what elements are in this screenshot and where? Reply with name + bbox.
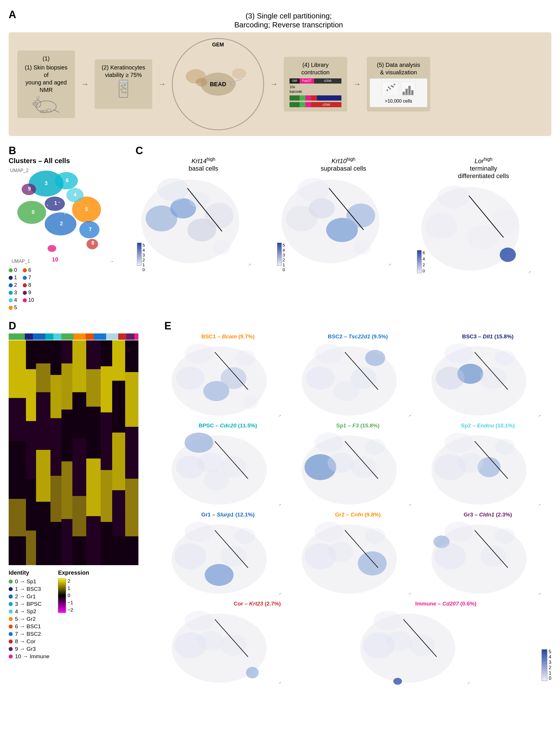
panel-c: C Krt14high basal cells bbox=[136, 145, 551, 278]
panel-e-label: E bbox=[164, 320, 171, 332]
krt14-title: Krt14high basal cells bbox=[136, 157, 271, 172]
svg-point-202 bbox=[221, 545, 247, 567]
heatmap-body bbox=[9, 341, 138, 565]
svg-rect-135 bbox=[101, 412, 112, 470]
svg-text:2: 2 bbox=[60, 221, 63, 227]
bsc2-title: BSC2 – Tsc22d1 (9.5%) bbox=[294, 334, 422, 340]
svg-text:1: 1 bbox=[54, 200, 57, 206]
bar-chart-icon bbox=[401, 82, 416, 96]
identity-0: 0 → Sp1 bbox=[9, 578, 49, 585]
svg-rect-110 bbox=[36, 392, 50, 450]
svg-point-15 bbox=[121, 85, 123, 87]
svg-point-34 bbox=[392, 86, 394, 88]
bsc3-umap-svg: ↗ bbox=[424, 341, 545, 418]
svg-point-185 bbox=[328, 453, 354, 473]
panel-b-title: Clusters – All cells bbox=[9, 157, 130, 165]
krt14-scale: 5 4 3 2 1 0 bbox=[137, 243, 145, 266]
svg-point-10 bbox=[47, 109, 51, 112]
tube-icon bbox=[116, 79, 131, 105]
legend-item-10: 10 bbox=[23, 297, 34, 303]
bsc1-title: BSC1 – Bcam (9.7%) bbox=[164, 334, 292, 340]
immune-title: Immune – Cd207 (0.6%) bbox=[353, 601, 539, 607]
svg-point-75 bbox=[157, 178, 189, 201]
lor-title: Lorhigh terminallydifferentiated cells bbox=[416, 157, 551, 180]
gr3-title: Gr3 – Cldn1 (2.3%) bbox=[424, 511, 551, 518]
svg-point-223 bbox=[246, 667, 259, 678]
svg-rect-121 bbox=[61, 461, 72, 519]
e-subplot-bsc1: BSC1 – Bcam (9.7%) ↗ bbox=[164, 334, 292, 419]
svg-line-27 bbox=[230, 79, 242, 82]
svg-point-30 bbox=[386, 89, 388, 91]
svg-rect-118 bbox=[61, 341, 72, 364]
panel-bc-row: B Clusters – All cells bbox=[9, 145, 551, 311]
svg-point-226 bbox=[221, 634, 247, 656]
step1-text: (1) Skin biopsies ofyoung and aged NMR bbox=[22, 64, 71, 94]
svg-point-56 bbox=[64, 213, 65, 215]
krt14-umap-svg: ↗ bbox=[136, 174, 260, 269]
svg-point-35 bbox=[394, 84, 395, 85]
lor-plot-container: ↗ 6 4 2 0 bbox=[416, 181, 551, 278]
identity-8: 8 → Cor bbox=[9, 638, 49, 645]
gr1-title: Gr1 – Slurp1 (12.1%) bbox=[164, 511, 292, 518]
panel-e: E BSC1 – Bcam (9.7%) bbox=[164, 320, 551, 687]
svg-point-18 bbox=[120, 89, 123, 91]
svg-rect-109 bbox=[36, 364, 50, 392]
svg-point-199 bbox=[205, 564, 234, 586]
svg-point-231 bbox=[393, 678, 402, 685]
svg-point-193 bbox=[444, 432, 473, 453]
gr2-umap-svg: ↗ bbox=[294, 519, 416, 596]
svg-rect-39 bbox=[408, 86, 411, 95]
svg-point-153 bbox=[185, 344, 213, 364]
identity-2: 2 → Gr1 bbox=[9, 593, 49, 600]
svg-rect-104 bbox=[26, 369, 36, 421]
identity-5: 5 → Gr2 bbox=[9, 616, 49, 622]
gem-cells-icon bbox=[173, 39, 265, 131]
svg-point-20 bbox=[121, 91, 124, 93]
svg-point-235 bbox=[386, 631, 412, 651]
legend-item-4: 4 bbox=[9, 297, 17, 303]
step2-text: (2) Keratinocytesviability ≥ 75% bbox=[102, 64, 145, 79]
identity-4: 4 → Sp2 bbox=[9, 608, 49, 615]
svg-point-186 bbox=[351, 456, 377, 478]
svg-point-55 bbox=[59, 202, 60, 203]
gem-diagram: BEAD GEM bbox=[172, 38, 264, 130]
svg-rect-145 bbox=[125, 427, 138, 479]
svg-point-17 bbox=[122, 87, 125, 89]
svg-point-152 bbox=[176, 366, 205, 389]
panel-d-label: D bbox=[9, 320, 16, 332]
immune-umap-svg: ↗ bbox=[353, 608, 474, 686]
svg-line-9 bbox=[53, 110, 59, 112]
svg-point-151 bbox=[221, 367, 247, 389]
workflow-step-2: (2) Keratinocytesviability ≥ 75% bbox=[95, 59, 152, 109]
svg-point-225 bbox=[185, 611, 213, 631]
svg-rect-105 bbox=[26, 421, 36, 479]
e-subplot-sp2: Sp2 – Endou (10.1%) ↗ bbox=[424, 422, 551, 509]
svg-rect-120 bbox=[61, 409, 72, 461]
svg-point-200 bbox=[174, 543, 206, 569]
svg-rect-146 bbox=[125, 479, 138, 536]
svg-text:5: 5 bbox=[85, 206, 88, 212]
svg-rect-141 bbox=[112, 490, 125, 536]
svg-point-209 bbox=[315, 522, 343, 542]
svg-text:↗: ↗ bbox=[278, 592, 281, 596]
svg-rect-144 bbox=[125, 372, 138, 427]
svg-point-84 bbox=[286, 206, 317, 232]
e-subplot-sp1: Sp1 – F3 (15.8%) ↗ bbox=[294, 422, 422, 509]
svg-rect-99 bbox=[9, 398, 26, 441]
svg-text:6: 6 bbox=[66, 178, 69, 183]
e-subplot-bsc2: BSC2 – Tsc22d1 (9.5%) ↗ bbox=[294, 334, 422, 419]
panel-d: D bbox=[9, 320, 159, 687]
svg-rect-132 bbox=[86, 516, 101, 565]
svg-rect-117 bbox=[50, 522, 61, 565]
svg-line-25 bbox=[207, 79, 230, 82]
svg-rect-40 bbox=[411, 90, 414, 95]
heatmap-top-bar bbox=[9, 334, 138, 340]
cells-label: >10,000 cells bbox=[385, 98, 412, 104]
gr1-umap-svg: ↗ bbox=[164, 519, 285, 596]
heatmap-container bbox=[9, 334, 159, 565]
krt10-scale: 5 4 3 2 1 0 bbox=[277, 243, 285, 266]
cluster-10-label: 10 bbox=[52, 256, 58, 263]
expression-scale-container: 2 1 0 −1 −2 bbox=[58, 578, 89, 613]
svg-point-175 bbox=[185, 432, 213, 453]
svg-rect-98 bbox=[9, 341, 26, 398]
